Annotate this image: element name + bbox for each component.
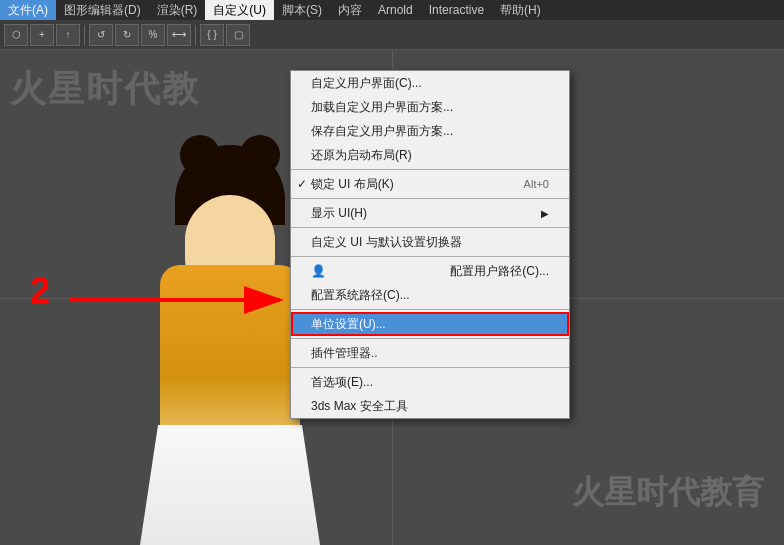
dropdown-sep-4	[291, 256, 569, 257]
dropdown-item-show-ui[interactable]: 显示 UI(H)	[291, 201, 569, 225]
dropdown-sep-2	[291, 198, 569, 199]
dropdown-item-lock-ui[interactable]: 锁定 UI 布局(K) Alt+0	[291, 172, 569, 196]
lock-ui-shortcut: Alt+0	[524, 178, 549, 190]
lock-ui-label: 锁定 UI 布局(K)	[311, 176, 394, 193]
dropdown-item-security-tool[interactable]: 3ds Max 安全工具	[291, 394, 569, 418]
dropdown-item-customize-ui[interactable]: 自定义用户界面(C)...	[291, 71, 569, 95]
dropdown-item-units[interactable]: 单位设置(U)...	[291, 312, 569, 336]
menu-help[interactable]: 帮助(H)	[492, 0, 549, 20]
dropdown-item-config-sys-path[interactable]: 配置系统路径(C)...	[291, 283, 569, 307]
watermark-bottom: 火星时代教育	[572, 471, 764, 515]
menu-render[interactable]: 渲染(R)	[149, 0, 206, 20]
menu-file[interactable]: 文件(A)	[0, 0, 56, 20]
menu-graph-editor[interactable]: 图形编辑器(D)	[56, 0, 149, 20]
toolbar-sep-1	[84, 25, 85, 45]
dropdown-item-save-ui[interactable]: 保存自定义用户界面方案...	[291, 119, 569, 143]
menubar: 文件(A) 图形编辑器(D) 渲染(R) 自定义(U) 脚本(S) 内容 Arn…	[0, 0, 784, 20]
toolbar-btn-6[interactable]: %	[141, 24, 165, 46]
dropdown-sep-6	[291, 338, 569, 339]
toolbar-btn-3[interactable]: ↑	[56, 24, 80, 46]
dropdown-customize: 自定义用户界面(C)... 加载自定义用户界面方案... 保存自定义用户界面方案…	[290, 70, 570, 419]
dropdown-item-config-user-path[interactable]: 👤 配置用户路径(C)...	[291, 259, 569, 283]
annotation-number: 2	[30, 270, 50, 312]
menu-interactive[interactable]: Interactive	[421, 0, 492, 20]
menu-arnold[interactable]: Arnold	[370, 0, 421, 20]
toolbar-sep-2	[195, 25, 196, 45]
dropdown-sep-7	[291, 367, 569, 368]
dropdown-item-toggle-ui[interactable]: 自定义 UI 与默认设置切换器	[291, 230, 569, 254]
user-icon: 👤	[311, 264, 326, 278]
toolbar-btn-4[interactable]: ↺	[89, 24, 113, 46]
toolbar-btn-8[interactable]: { }	[200, 24, 224, 46]
toolbar-btn-2[interactable]: +	[30, 24, 54, 46]
dropdown-item-load-ui[interactable]: 加载自定义用户界面方案...	[291, 95, 569, 119]
menu-customize[interactable]: 自定义(U)	[205, 0, 274, 20]
menu-script[interactable]: 脚本(S)	[274, 0, 330, 20]
config-user-label: 配置用户路径(C)...	[450, 263, 549, 280]
toolbar-btn-9[interactable]: ▢	[226, 24, 250, 46]
annotation-arrow	[65, 285, 295, 319]
toolbar-btn-1[interactable]: ⬡	[4, 24, 28, 46]
dropdown-item-plugin-manager[interactable]: 插件管理器..	[291, 341, 569, 365]
toolbar-btn-7[interactable]: ⟷	[167, 24, 191, 46]
dropdown-item-revert-layout[interactable]: 还原为启动布局(R)	[291, 143, 569, 167]
dropdown-sep-3	[291, 227, 569, 228]
dropdown-sep-1	[291, 169, 569, 170]
menu-content[interactable]: 内容	[330, 0, 370, 20]
dropdown-item-preferences[interactable]: 首选项(E)...	[291, 370, 569, 394]
toolbar: ⬡ + ↑ ↺ ↻ % ⟷ { } ▢	[0, 20, 784, 50]
toolbar-btn-5[interactable]: ↻	[115, 24, 139, 46]
dropdown-sep-5	[291, 309, 569, 310]
watermark-top: 火星时代教	[10, 65, 200, 114]
viewport: 火星时代教 火星时代教育 2 自定义用户界面(C)... 加载自定义用户界面方案…	[0, 50, 784, 545]
char-skirt	[140, 425, 320, 545]
